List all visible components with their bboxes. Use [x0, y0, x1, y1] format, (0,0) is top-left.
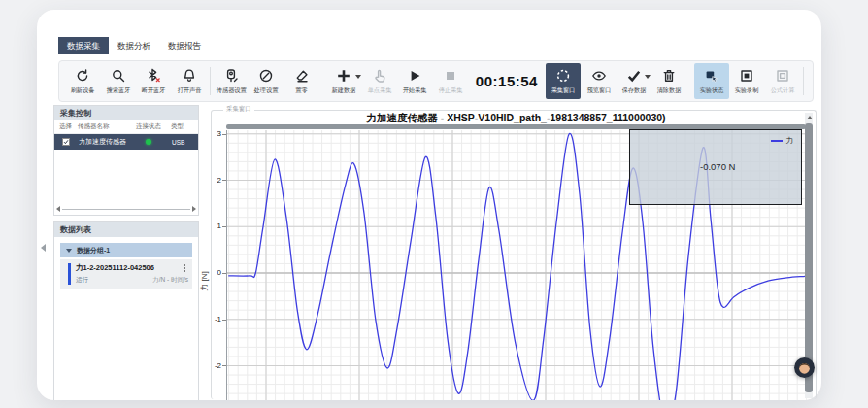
record-icon: [739, 67, 754, 85]
data-group-label: 数据分组-1: [77, 246, 110, 255]
dropdown-caret-icon[interactable]: [355, 75, 361, 79]
column-header: 连接状态: [136, 122, 171, 131]
toolbar-button-label: 置零: [296, 86, 308, 95]
toolbar-separator: [803, 67, 804, 95]
bell-icon: [182, 67, 197, 85]
tab-2[interactable]: 数据分析: [109, 37, 159, 54]
y-tick-label: 0: [200, 268, 221, 277]
chart-vertical-scrollbar-thumb[interactable]: [805, 123, 813, 392]
y-tick-label: 3: [200, 129, 221, 138]
toolbar-button-label: 实验状态: [699, 86, 723, 95]
data-item-title: 力1-2-20251112-042506: [76, 263, 154, 273]
sensor-checkbox[interactable]: [62, 138, 70, 146]
search-icon: [111, 67, 126, 85]
toolbar-button-bell[interactable]: 打开声音: [171, 63, 206, 99]
toolbar-button-sensor-settings[interactable]: 传感器设置: [214, 63, 249, 99]
toolbar-button-label: 打开声音: [177, 86, 201, 95]
item-color-bar: [68, 263, 71, 285]
toolbar-button-label: 预览窗口: [586, 86, 611, 95]
toolbar-button-label: 断开蓝牙: [142, 86, 166, 95]
stop-icon: [443, 67, 458, 85]
toolbar-button-label: 单点采集: [367, 86, 391, 95]
toolbar-button-trash[interactable]: 清除数据: [651, 63, 686, 99]
y-tick-label: -1: [200, 315, 221, 323]
column-header: 选择: [54, 122, 78, 131]
legend-line-swatch: [771, 140, 783, 142]
panel-data-list-title: 数据列表: [54, 222, 198, 237]
snapshot-icon: [704, 67, 719, 85]
y-tick-label: 2: [200, 176, 221, 185]
sidebar-collapse-handle[interactable]: [41, 244, 46, 252]
selection-value: -0.070 N: [700, 161, 735, 172]
toolbar-button-refresh[interactable]: 刷新设备: [65, 63, 100, 99]
panel-data-list: 数据列表 数据分组-1 力1-2-20251112-042506运行力/N - …: [53, 221, 199, 400]
process-settings-icon: [258, 67, 274, 85]
toolbar-button-bluetooth-off[interactable]: 断开蓝牙: [136, 63, 171, 99]
dashed-circle-icon: [555, 67, 571, 85]
item-menu-icon[interactable]: [184, 267, 185, 269]
chart-legend: 力: [771, 136, 794, 146]
toolbar-button-formula[interactable]: 公式计算: [765, 63, 800, 99]
assistant-avatar-button[interactable]: [794, 357, 815, 378]
app-window: 数据采集数据分析数据报告 刷新设备搜索蓝牙断开蓝牙打开声音传感器设置处理设置置零…: [0, 0, 868, 408]
column-header: 类型: [171, 122, 192, 131]
acquisition-timer: 00:15:54: [468, 63, 546, 99]
bluetooth-off-icon: [146, 67, 161, 85]
panel-collection-control: 采集控制 选择传感器名称连接状态类型 力加速度传感器USB: [53, 105, 199, 216]
panel-collection-control-title: 采集控制: [54, 106, 198, 120]
toolbar-button-label: 采集窗口: [551, 86, 576, 95]
legend-label: 力: [786, 136, 794, 146]
scroll-up-icon[interactable]: [807, 116, 813, 119]
toolbar-button-search[interactable]: 搜索蓝牙: [100, 63, 135, 99]
sensor-settings-icon: [223, 67, 239, 85]
toolbar-button-check[interactable]: 保存数据: [617, 63, 651, 99]
toolbar-button-record[interactable]: 实验录制: [729, 63, 764, 99]
toolbar-button-process-settings[interactable]: 处理设置: [249, 63, 284, 99]
chevron-down-icon: [66, 249, 72, 253]
toolbar-button-eraser[interactable]: 置零: [284, 63, 319, 99]
connection-status-dot: [146, 139, 151, 145]
toolbar-button-plus[interactable]: 新建数据: [326, 63, 361, 99]
zoom-selection-region[interactable]: -0.070 N 力: [629, 129, 802, 205]
toolbar-button-stop[interactable]: 停止采集: [432, 63, 467, 99]
toolbar-button-label: 实验录制: [735, 86, 759, 95]
data-group-row[interactable]: 数据分组-1: [60, 243, 192, 257]
tab-1[interactable]: 数据采集: [58, 37, 109, 54]
tab-bar: 数据采集数据分析数据报告: [58, 37, 210, 54]
toolbar-button-label: 保存数据: [622, 86, 647, 95]
toolbar-button-label: 传感器设置: [217, 86, 247, 95]
scroll-right-icon[interactable]: [192, 206, 196, 212]
sensor-type: USB: [172, 139, 184, 146]
data-list-item[interactable]: 力1-2-20251112-042506运行力/N - 时间/s: [60, 259, 192, 289]
toolbar-button-label: 开始采集: [403, 86, 427, 95]
avatar-face-icon: [794, 357, 815, 378]
toolbar-button-hand-point[interactable]: 单点采集: [362, 63, 397, 99]
tab-3[interactable]: 数据报告: [159, 37, 210, 54]
toolbar-button-label: 清除数据: [657, 86, 682, 95]
check-icon: [626, 67, 642, 85]
formula-icon: [775, 67, 790, 85]
toolbar-button-label: 处理设置: [254, 86, 279, 95]
play-icon: [407, 67, 422, 85]
toolbar-button-label: 停止采集: [438, 86, 462, 95]
horizontal-scrollbar[interactable]: [56, 205, 196, 213]
toolbar-button-label: 搜索蓝牙: [106, 86, 130, 95]
scroll-left-icon[interactable]: [56, 206, 60, 212]
toolbar-button-dashed-circle[interactable]: 采集窗口: [546, 63, 581, 99]
y-tick-label: -2: [200, 361, 221, 370]
y-tick-label: 1: [200, 221, 221, 230]
sensor-row[interactable]: 力加速度传感器USB: [54, 134, 198, 150]
chart-title: 力加速度传感器 - XHSP-V10HID_path_-1981348857_1…: [226, 112, 806, 125]
toolbar-button-label: 公式计算: [770, 86, 794, 95]
trash-icon: [661, 67, 677, 85]
data-item-axes: 力/N - 时间/s: [152, 276, 188, 285]
hand-point-icon: [372, 67, 387, 85]
toolbar: 刷新设备搜索蓝牙断开蓝牙打开声音传感器设置处理设置置零新建数据单点采集开始采集停…: [58, 60, 814, 102]
toolbar-button-play[interactable]: 开始采集: [397, 63, 432, 99]
eraser-icon: [294, 67, 310, 85]
toolbar-button-snapshot[interactable]: 实验状态: [694, 63, 729, 99]
dropdown-caret-icon[interactable]: [645, 75, 651, 79]
sensor-table-header: 选择传感器名称连接状态类型: [54, 120, 198, 134]
toolbar-button-eye[interactable]: 预览窗口: [581, 63, 616, 99]
eye-icon: [591, 67, 607, 85]
